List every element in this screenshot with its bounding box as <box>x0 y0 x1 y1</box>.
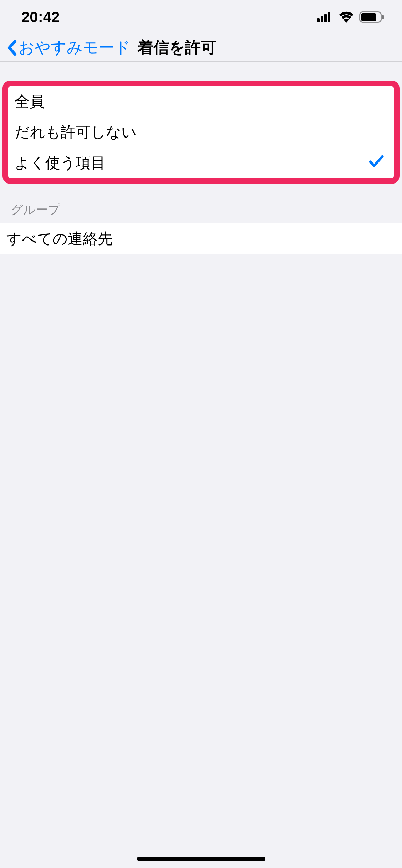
svg-rect-3 <box>328 12 330 22</box>
group-section-header: グループ <box>0 184 402 223</box>
option-label: すべての連絡先 <box>6 229 113 249</box>
status-bar: 20:42 <box>0 0 402 34</box>
svg-rect-1 <box>321 16 323 22</box>
back-label: おやすみモード <box>19 37 131 58</box>
status-indicators <box>317 11 384 23</box>
back-button[interactable]: おやすみモード <box>6 37 131 58</box>
group-option-all-contacts[interactable]: すべての連絡先 <box>0 223 402 254</box>
allow-option-favorites[interactable]: よく使う項目 <box>8 148 394 178</box>
status-time: 20:42 <box>21 9 60 26</box>
page-title: 着信を許可 <box>138 37 217 58</box>
allow-option-noone[interactable]: だれも許可しない <box>8 117 394 148</box>
option-label: 全員 <box>15 92 45 112</box>
chevron-left-icon <box>6 39 18 56</box>
cellular-icon <box>317 12 334 22</box>
checkmark-icon <box>369 154 384 172</box>
svg-rect-6 <box>382 15 384 19</box>
svg-rect-0 <box>317 18 320 22</box>
wifi-icon <box>339 11 354 23</box>
option-label: だれも許可しない <box>15 122 137 142</box>
group-list: すべての連絡先 <box>0 223 402 254</box>
allow-calls-list: 全員 だれも許可しない よく使う項目 <box>8 86 394 178</box>
battery-icon <box>359 11 384 23</box>
allow-option-everyone[interactable]: 全員 <box>8 86 394 117</box>
nav-bar: おやすみモード 着信を許可 <box>0 34 402 62</box>
svg-rect-5 <box>361 13 376 21</box>
svg-rect-2 <box>324 14 327 22</box>
highlight-box: 全員 だれも許可しない よく使う項目 <box>2 81 400 184</box>
option-label: よく使う項目 <box>15 153 106 173</box>
home-indicator[interactable] <box>137 857 265 861</box>
